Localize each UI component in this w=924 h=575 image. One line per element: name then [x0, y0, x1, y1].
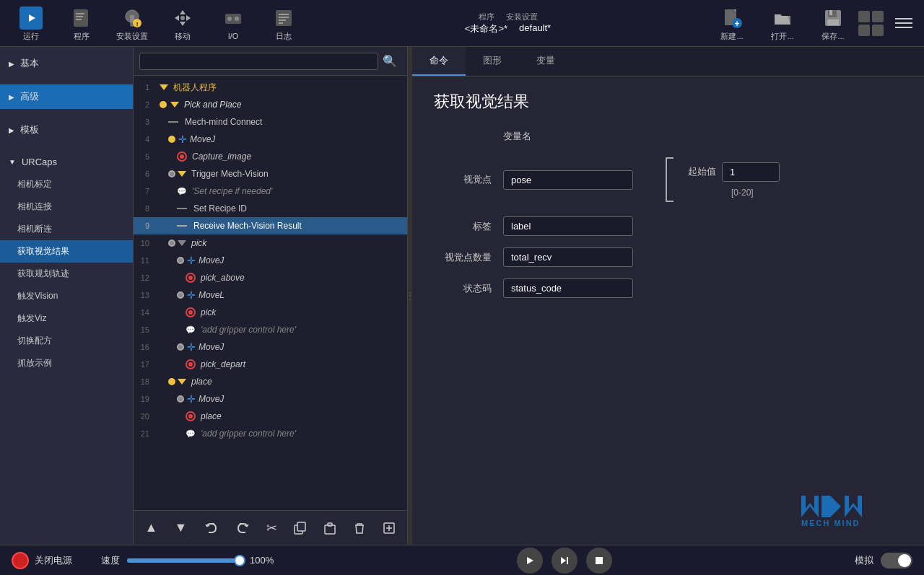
sidebar-item-camera-connect[interactable]: 相机连接 [0, 196, 133, 218]
row-num: 4 [134, 135, 154, 144]
row-num: 9 [134, 221, 154, 230]
tree-row[interactable]: 20 place [134, 408, 407, 425]
program-button[interactable]: 程序 [56, 1, 107, 45]
tree-row[interactable]: 11 ✛ MoveJ [134, 252, 407, 269]
tree-row[interactable]: 21 💬 'add gripper control here' [134, 425, 407, 442]
hamburger-line-1 [895, 18, 912, 19]
vision-point-row: 视觉点 起始值 [0-20] [434, 154, 902, 205]
vision-point-count-row: 视觉点数量 [434, 247, 902, 267]
header-prog-label: 程序 [479, 12, 494, 22]
tree-row[interactable]: 16 ✛ MoveJ [134, 338, 407, 356]
new-file-button[interactable]: + 新建... [707, 1, 757, 45]
log-button[interactable]: 日志 [258, 1, 309, 45]
expand-button[interactable] [380, 519, 398, 537]
node-text: place [191, 377, 212, 387]
tree-row[interactable]: 8 Set Recipe ID [134, 200, 407, 217]
urcaps-arrow-icon: ▼ [9, 158, 16, 166]
svg-text:MECH MIND: MECH MIND [801, 519, 860, 527]
tree-row[interactable]: 15 💬 'add gripper control here' [134, 321, 407, 338]
tree-row[interactable]: 14 pick [134, 304, 407, 321]
tree-row[interactable]: 1 机器人程序 [134, 79, 407, 96]
stop-icon [594, 556, 604, 566]
node-text: 'Set recipe if needed' [192, 186, 272, 196]
sidebar-item-urcaps[interactable]: ▼ URCaps [0, 151, 133, 173]
tree-row[interactable]: 10 pick [134, 234, 407, 252]
node-text: pick_above [201, 273, 245, 283]
tree-row[interactable]: 17 pick_depart [134, 356, 407, 373]
sidebar-urcaps-section: ▼ URCaps 相机标定 相机连接 相机断连 获取视觉结果 获取规划轨迹 触发… [0, 146, 133, 379]
move-up-button[interactable]: ▲ [142, 517, 161, 538]
tree-row[interactable]: 2 Pick and Place [134, 96, 407, 113]
sidebar-item-template[interactable]: ▶ 模板 [0, 118, 133, 142]
svg-text:!: ! [136, 21, 139, 27]
sidebar-item-get-plan-path[interactable]: 获取规划轨迹 [0, 263, 133, 285]
expand-icon [383, 522, 396, 535]
tree-row[interactable]: 5 Capture_image [134, 148, 407, 165]
tree-row[interactable]: 12 pick_above [134, 269, 407, 286]
speed-slider[interactable] [127, 558, 243, 563]
play-button[interactable] [517, 548, 543, 574]
row-content: place [154, 377, 407, 387]
sidebar-item-switch-recipe[interactable]: 切换配方 [0, 330, 133, 352]
save-file-button[interactable]: 保存... [808, 1, 858, 45]
simulate-toggle[interactable] [881, 553, 912, 569]
tree-row[interactable]: 4 ✛ MoveJ [134, 131, 407, 148]
install-button[interactable]: ! 安装设置 [107, 1, 157, 45]
tree-row-selected[interactable]: 9 Receive Mech-Vision Result [134, 217, 407, 234]
program-icon [71, 7, 92, 29]
cut-button[interactable]: ✂ [263, 517, 280, 539]
paste-button[interactable] [321, 519, 339, 537]
simulate-section: 模拟 [855, 553, 912, 569]
sidebar-item-advanced[interactable]: ▶ 高级 [0, 84, 133, 109]
io-icon [222, 8, 244, 30]
speed-label: 速度 [101, 554, 120, 567]
hamburger-button[interactable] [889, 12, 918, 34]
redo-button[interactable] [232, 518, 253, 538]
move-icon [172, 7, 193, 29]
tree-row[interactable]: 19 ✛ MoveJ [134, 390, 407, 408]
copy-button[interactable] [291, 519, 310, 537]
stop-button[interactable] [586, 548, 612, 574]
row-content: ✛ MoveJ [154, 134, 407, 144]
node-text: Capture_image [192, 152, 251, 162]
sidebar-template-section: ▶ 模板 [0, 113, 133, 146]
sidebar-item-pick-place[interactable]: 抓放示例 [0, 352, 133, 374]
move-button[interactable]: 移动 [157, 1, 208, 45]
node-text: Set Recipe ID [193, 203, 247, 214]
power-button[interactable]: 关闭电源 [12, 552, 72, 569]
status-code-input[interactable] [503, 278, 633, 298]
delete-button[interactable] [350, 519, 369, 537]
tree-row[interactable]: 7 💬 'Set recipe if needed' [134, 183, 407, 200]
sidebar-item-get-vision-result[interactable]: 获取视觉结果 [0, 240, 133, 263]
log-label: 日志 [276, 31, 292, 42]
io-button[interactable]: I/O [208, 1, 258, 45]
row-content: pick [154, 307, 407, 317]
sidebar-item-trigger-vision[interactable]: 触发Vision [0, 285, 133, 307]
sidebar-item-camera-disconnect[interactable]: 相机断连 [0, 218, 133, 240]
move-down-button[interactable]: ▼ [172, 517, 191, 538]
run-button[interactable]: 运行 [6, 1, 56, 45]
svg-rect-33 [328, 523, 332, 526]
search-button[interactable]: 🔍 [378, 51, 401, 71]
tag-input[interactable] [503, 216, 633, 236]
tree-row[interactable]: 3 Mech-mind Connect [134, 113, 407, 131]
move-label: 移动 [175, 31, 191, 42]
vision-point-input[interactable] [503, 170, 633, 190]
row-num: 19 [134, 395, 154, 403]
tree-row[interactable]: 13 ✛ MoveL [134, 286, 407, 304]
sidebar-item-basic[interactable]: ▶ 基本 [0, 51, 133, 76]
tab-command[interactable]: 命令 [412, 47, 466, 76]
vision-point-count-input[interactable] [503, 247, 633, 267]
tab-variable[interactable]: 变量 [519, 47, 572, 76]
undo-button[interactable] [201, 518, 222, 538]
tree-row[interactable]: 6 Trigger Mech-Vision [134, 165, 407, 183]
svg-rect-44 [596, 557, 603, 564]
sidebar-item-trigger-viz[interactable]: 触发Viz [0, 307, 133, 330]
step-forward-button[interactable] [552, 548, 578, 574]
open-file-button[interactable]: 打开... [757, 1, 808, 45]
search-input[interactable] [139, 53, 378, 70]
tab-graphic[interactable]: 图形 [466, 47, 519, 76]
tree-row[interactable]: 18 place [134, 373, 407, 390]
start-value-input[interactable] [722, 162, 780, 182]
sidebar-item-camera-calib[interactable]: 相机标定 [0, 173, 133, 196]
